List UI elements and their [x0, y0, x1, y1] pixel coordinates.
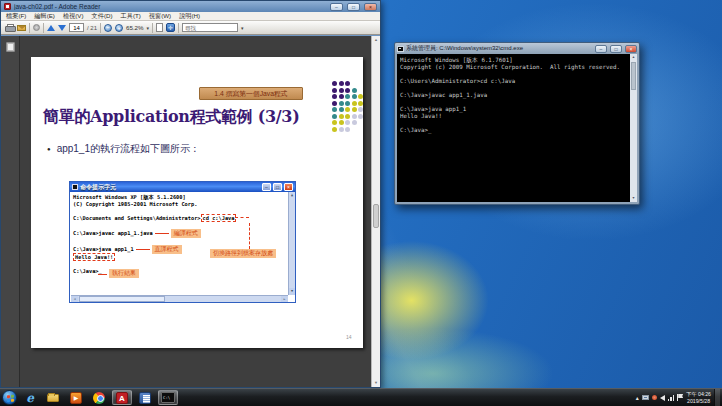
previous-view-icon[interactable]: [33, 24, 40, 31]
menu-item[interactable]: 編輯(E): [34, 12, 55, 21]
find-input[interactable]: [182, 23, 238, 32]
menu-item[interactable]: 文件(D): [92, 12, 113, 21]
annotation-dashed-connector: [235, 217, 249, 218]
document-scrollbar[interactable]: ▲ ▼: [371, 36, 380, 387]
slide-title: 簡單的Application程式範例 (3/3): [43, 107, 299, 128]
dot: [345, 114, 350, 119]
dot: [332, 107, 337, 112]
dot: [332, 88, 337, 93]
start-button[interactable]: [2, 390, 17, 405]
single-page-view-icon[interactable]: [156, 23, 163, 32]
compile-command: C:\Java>javac app1_1.java: [73, 230, 153, 236]
dot: [345, 81, 350, 86]
scrollbar-thumb[interactable]: [631, 62, 636, 90]
adobe-reader-app-icon: [4, 3, 11, 10]
scroll-up-icon[interactable]: ▲: [374, 37, 378, 42]
cmd-titlebar[interactable]: 系統管理員: C:\Windows\system32\cmd.exe – □ ×: [395, 43, 639, 54]
action-center-flag-icon[interactable]: [677, 394, 683, 401]
console-line: (C) Copyright 1985-2001 Microsoft Corp.: [73, 201, 285, 208]
taskbar-item-word-processor[interactable]: [135, 390, 155, 405]
close-button[interactable]: ×: [364, 3, 377, 11]
display-tray-icon[interactable]: [642, 395, 649, 400]
cmd-scrollbar[interactable]: ▲ ▼: [630, 54, 637, 202]
output-highlight: Hello Java!!: [73, 253, 115, 261]
next-page-icon[interactable]: [58, 25, 66, 31]
cmd-console[interactable]: Microsoft Windows [版本 6.1.7601]Copyright…: [397, 54, 637, 202]
dot: [332, 94, 337, 99]
cmd-console-lines: Microsoft Windows [版本 6.1.7601]Copyright…: [400, 57, 628, 200]
taskbar-item-chrome[interactable]: [89, 390, 109, 405]
network-icon[interactable]: [668, 395, 675, 401]
scroll-down-icon[interactable]: ▼: [630, 195, 637, 202]
dot: [339, 88, 344, 93]
console-line: [400, 99, 628, 106]
zoom-out-icon[interactable]: −: [104, 24, 112, 32]
dot: [332, 114, 337, 119]
taskbar-item-adobe-reader[interactable]: A: [112, 390, 132, 405]
taskbar-item-file-explorer[interactable]: [43, 390, 63, 405]
console-line: C:\Java>java app1_1: [400, 106, 628, 113]
console-line: Microsoft Windows XP [版本 5.1.2600]: [73, 194, 285, 201]
scroll-up-icon[interactable]: ▲: [632, 55, 635, 59]
menu-item[interactable]: 檔案(F): [6, 12, 26, 21]
speaker-icon[interactable]: [660, 395, 665, 401]
taskbar-item-internet-explorer[interactable]: e: [20, 390, 40, 405]
xp-vertical-scrollbar: ▲▼: [288, 192, 295, 295]
bullet-icon: ●: [47, 146, 51, 152]
dot: [339, 101, 344, 106]
dot: [358, 114, 363, 119]
tray-expand-icon[interactable]: ▴: [636, 394, 639, 401]
taskbar-clock[interactable]: 下午 04:26 2019/5/28: [686, 391, 711, 404]
dot: [332, 101, 337, 106]
word-processor-icon: [139, 392, 151, 404]
toolbar-separator: [152, 23, 153, 33]
menu-item[interactable]: 說明(H): [179, 12, 200, 21]
xp-titlebar: 命令提示字元 – □ ×: [70, 182, 295, 192]
console-line: Hello Java!!: [400, 113, 628, 120]
cd-prefix: C:\Documents and Settings\Administrator>: [73, 215, 201, 221]
close-button[interactable]: ×: [625, 45, 637, 53]
page-thumbnails-icon[interactable]: [6, 42, 15, 52]
result-label: 執行結果: [109, 269, 139, 278]
email-icon[interactable]: [17, 25, 26, 31]
dot: [339, 94, 344, 99]
dot: [352, 88, 357, 93]
scrolling-view-icon[interactable]: ✛: [166, 23, 175, 32]
maximize-button[interactable]: □: [347, 3, 360, 11]
print-icon[interactable]: [5, 24, 14, 31]
dot: [345, 88, 350, 93]
reader-toolbar: / 21 − + 65.2% ▾ ✛ ▾: [1, 21, 380, 35]
toolbar-separator: [29, 23, 30, 33]
dot: [352, 120, 357, 125]
maximize-button[interactable]: □: [610, 45, 622, 53]
notification-tray-icon[interactable]: [652, 395, 657, 400]
internet-explorer-icon: e: [26, 392, 34, 404]
menu-item[interactable]: 檢視(V): [63, 12, 84, 21]
scroll-down-icon[interactable]: ▼: [372, 379, 380, 387]
toolbar-separator: [43, 23, 44, 33]
taskbar: e ▶ A C:\ ▴ 下午 04:26 2019/5/28: [0, 388, 722, 406]
page-number-input[interactable]: [69, 23, 84, 32]
dot: [339, 127, 344, 132]
system-tray: ▴ 下午 04:26 2019/5/28: [636, 389, 720, 406]
xp-maximize-icon: □: [273, 183, 282, 191]
minimize-button[interactable]: –: [330, 3, 343, 11]
annotation-dashed-connector: [249, 223, 250, 249]
minimize-button[interactable]: –: [595, 45, 607, 53]
menu-item[interactable]: 視窗(W): [149, 12, 171, 21]
menu-item[interactable]: 工具(T): [121, 12, 141, 21]
zoom-level-label[interactable]: 65.2%: [126, 24, 144, 31]
show-desktop-button[interactable]: [714, 389, 720, 406]
zoom-dropdown-icon[interactable]: ▾: [147, 25, 150, 31]
dot: [352, 114, 357, 119]
previous-page-icon[interactable]: [47, 25, 55, 31]
taskbar-item-media-player[interactable]: ▶: [66, 390, 86, 405]
find-dropdown-icon[interactable]: ▾: [241, 25, 244, 31]
chrome-icon: [93, 392, 105, 404]
adobe-reader-icon: A: [116, 392, 128, 404]
reader-titlebar[interactable]: java-ch02.pdf - Adobe Reader – □ ×: [1, 1, 380, 12]
cmd-window: 系統管理員: C:\Windows\system32\cmd.exe – □ ×…: [394, 42, 640, 205]
scrollbar-thumb[interactable]: [373, 204, 379, 228]
zoom-in-icon[interactable]: +: [115, 24, 123, 32]
taskbar-item-command-prompt[interactable]: C:\: [158, 390, 178, 405]
